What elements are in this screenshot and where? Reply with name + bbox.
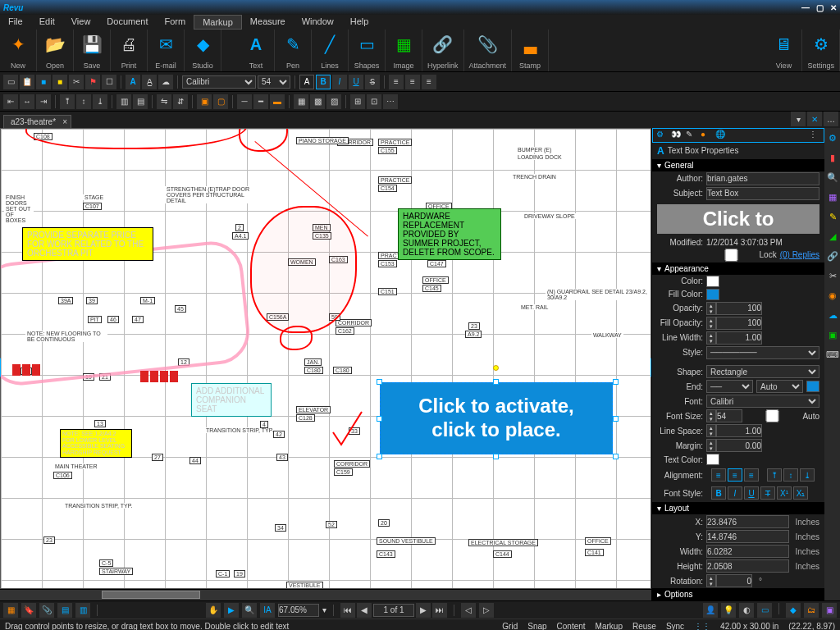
shape-select[interactable]: Rectangle — [706, 365, 819, 378]
sb-grid[interactable]: Grid — [502, 622, 518, 630]
color-swatch[interactable] — [706, 276, 719, 287]
swatch-yellow-icon[interactable]: ■ — [52, 75, 67, 89]
first-page-icon[interactable]: ⏮ — [340, 603, 355, 618]
fontsize-input[interactable] — [716, 409, 742, 422]
note-icon[interactable]: ☐ — [102, 75, 116, 89]
menu-file[interactable]: File — [0, 15, 31, 30]
resize-handle[interactable] — [377, 454, 382, 459]
profile-icon[interactable]: 👤 — [703, 603, 718, 618]
align-l-icon[interactable]: ⇤ — [3, 94, 18, 109]
superscript-btn[interactable]: X¹ — [777, 486, 792, 500]
attachment-button[interactable]: 📎 — [474, 31, 500, 57]
opacity-spinner[interactable]: ▴▾ — [706, 302, 716, 315]
endcolor-swatch[interactable] — [806, 381, 819, 392]
hatch2-icon[interactable]: ▩ — [310, 94, 325, 109]
line-style-icon[interactable]: ─ — [237, 94, 252, 109]
section-general[interactable]: ▾ General — [652, 159, 824, 171]
image-button[interactable]: ▦ — [390, 31, 417, 57]
tab-dropdown-icon[interactable]: ▾ — [791, 112, 806, 126]
line-width-icon[interactable]: ━ — [253, 94, 268, 109]
font-select[interactable]: Calibri — [182, 75, 256, 89]
last-page-icon[interactable]: ⏭ — [432, 603, 447, 618]
settings-button[interactable]: ⚙ — [808, 31, 834, 57]
lines-button[interactable]: ╱ — [317, 31, 343, 57]
fontsize-select[interactable]: 54 — [258, 75, 290, 89]
width-input[interactable] — [706, 545, 789, 558]
next-page-icon[interactable]: ▶ — [416, 603, 431, 618]
valign-mid-btn[interactable]: ↕ — [783, 468, 798, 482]
align-right-icon[interactable]: ≡ — [422, 75, 436, 89]
grid-icon[interactable]: ⊞ — [350, 94, 365, 109]
fillopacity-spinner[interactable]: ▴▾ — [706, 317, 716, 330]
prev-page-icon[interactable]: ◀ — [357, 603, 372, 618]
flag-icon[interactable]: ⚑ — [85, 75, 100, 89]
snapshot-icon[interactable]: ✂ — [69, 75, 84, 89]
bookmarks-icon[interactable]: 🔖 — [21, 603, 36, 618]
section-appearance[interactable]: ▾ Appearance — [652, 262, 824, 275]
page-icon[interactable]: ▭ — [3, 75, 18, 89]
y-input[interactable] — [706, 530, 789, 543]
resize-handle[interactable] — [613, 416, 619, 422]
resize-handle[interactable] — [613, 379, 619, 385]
cloud-tool-icon[interactable]: ☁ — [158, 75, 173, 89]
rail-measure-icon[interactable]: ◢ — [824, 228, 840, 244]
text-button[interactable]: A — [243, 31, 269, 57]
italic-button[interactable]: I — [332, 75, 347, 89]
font-select-prop[interactable]: Calibri — [706, 395, 819, 408]
resize-handle[interactable] — [377, 379, 382, 385]
email-button[interactable]: ✉ — [153, 31, 179, 57]
maximize-icon[interactable]: ▢ — [816, 3, 824, 12]
zoom-icon[interactable]: 🔍 — [242, 603, 257, 618]
menu-window[interactable]: Window — [294, 15, 342, 30]
align-r-icon[interactable]: ⇥ — [36, 94, 51, 109]
subscript-btn[interactable]: X₁ — [793, 486, 808, 500]
align-left-btn[interactable]: ≡ — [711, 468, 726, 482]
zoom-input[interactable] — [278, 604, 319, 617]
select-icon[interactable]: ▶ — [224, 603, 239, 618]
menu-markup[interactable]: Markup — [194, 15, 242, 30]
save-button[interactable]: 💾 — [79, 31, 105, 57]
rail-form-icon[interactable]: ▦ — [824, 189, 840, 205]
align-right-btn[interactable]: ≡ — [744, 468, 759, 482]
menu-edit[interactable]: Edit — [31, 15, 63, 30]
view-button[interactable]: 🖥 — [770, 31, 797, 57]
text-select-icon[interactable]: IA — [260, 603, 275, 618]
linewidth-input[interactable] — [716, 331, 762, 345]
subject-input[interactable] — [706, 187, 819, 200]
swatch-blue-icon[interactable]: ■ — [36, 75, 51, 89]
markups-icon[interactable]: 🗂 — [804, 603, 819, 618]
tab-expand-icon[interactable]: … — [824, 112, 838, 126]
align-center-icon[interactable]: ≡ — [405, 75, 420, 89]
stamp-button[interactable]: ▃ — [517, 31, 543, 57]
bulb-icon[interactable]: 💡 — [721, 603, 736, 618]
sb-sync[interactable]: Sync — [666, 622, 684, 630]
linespace-spinner[interactable]: ▴▾ — [706, 424, 716, 437]
rail-check-icon[interactable]: ▣ — [824, 326, 840, 343]
align-m-icon[interactable]: ↕ — [76, 94, 91, 109]
linespace-input[interactable] — [716, 424, 762, 437]
bold-btn[interactable]: B — [711, 486, 726, 500]
underline-button[interactable]: U — [349, 75, 363, 89]
yellow-callout[interactable]: PROVIDE SEPARATE PRICE FOR WORK RELATED … — [22, 227, 153, 261]
section-options[interactable]: ▸ Options — [652, 588, 824, 600]
sb-markup[interactable]: Markup — [596, 622, 623, 630]
align-left-icon[interactable]: ≡ — [389, 75, 404, 89]
selected-textbox[interactable]: Click to activate, click to place. — [380, 382, 613, 454]
fontsize-spinner[interactable]: ▴▾ — [706, 409, 716, 422]
gear-icon[interactable]: ⚙ — [656, 130, 668, 141]
tab-close-icon[interactable]: × — [62, 117, 67, 126]
replies-link[interactable]: (0) Replies — [780, 250, 819, 259]
spaces-icon[interactable]: ▥ — [75, 603, 90, 618]
green-callout[interactable]: HARDWARE REPLACEMENT PROVIDED BY SUMMER … — [398, 208, 501, 260]
cyan-callout[interactable]: ADD ADDITIONAL COMPANION SEAT — [191, 383, 272, 417]
blue-btn-icon[interactable]: ▭ — [757, 603, 772, 618]
prev-view-icon[interactable]: ◁ — [461, 603, 476, 618]
linewidth-spinner[interactable]: ▴▾ — [706, 331, 716, 345]
x-input[interactable] — [706, 515, 789, 528]
dist-v-icon[interactable]: ▤ — [133, 94, 148, 109]
sb-snap[interactable]: Snap — [527, 622, 546, 630]
minimize-icon[interactable]: — — [801, 3, 810, 12]
layers-icon[interactable]: ▤ — [57, 603, 72, 618]
print-button[interactable]: 🖨 — [116, 31, 142, 57]
fillcolor-swatch[interactable] — [706, 289, 719, 300]
